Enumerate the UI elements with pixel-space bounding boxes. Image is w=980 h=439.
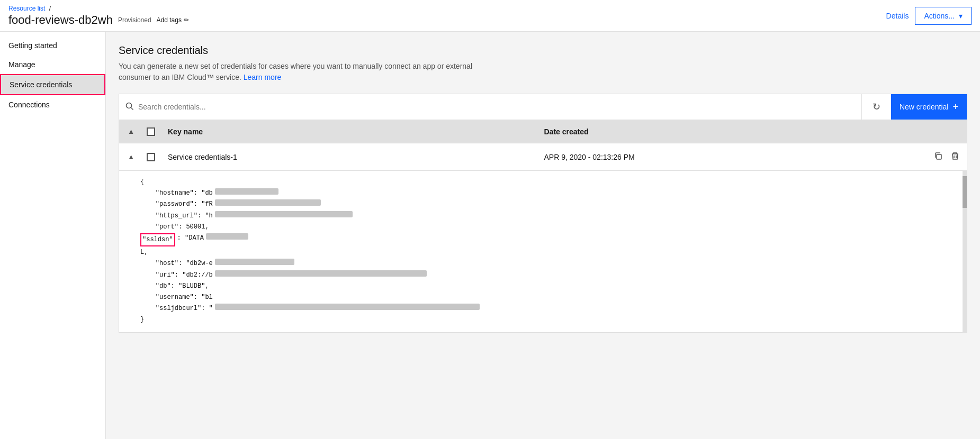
resource-name: food-reviews-db2wh bbox=[8, 13, 113, 27]
row-key-name: Service credentials-1 bbox=[161, 153, 538, 161]
delete-icon bbox=[951, 152, 959, 162]
refresh-button[interactable]: ↻ bbox=[866, 94, 887, 120]
row-checkbox-cell bbox=[140, 153, 161, 161]
header-key-name: Key name bbox=[161, 125, 538, 138]
search-input[interactable] bbox=[138, 103, 855, 111]
actions-button[interactable]: Actions... ▾ bbox=[915, 7, 972, 25]
ssldsn-key-highlight: "ssldsn" bbox=[140, 233, 175, 246]
refresh-icon: ↻ bbox=[873, 101, 880, 113]
row-expand-cell: ▲ bbox=[119, 151, 140, 163]
collapse-all-button[interactable]: ▲ bbox=[125, 125, 137, 138]
header-expand: ▲ bbox=[119, 125, 140, 138]
breadcrumb: Resource list / bbox=[8, 5, 189, 12]
plus-icon: + bbox=[952, 102, 958, 113]
svg-rect-2 bbox=[937, 154, 941, 159]
redacted-hostname bbox=[215, 188, 278, 195]
sidebar-item-manage[interactable]: Manage bbox=[0, 55, 105, 74]
redacted-host bbox=[215, 259, 294, 265]
redacted-password bbox=[215, 199, 321, 206]
add-tags-button[interactable]: Add tags ✏ bbox=[157, 16, 189, 24]
json-block: { "hostname": "db "password": "fR "https… bbox=[119, 170, 967, 332]
chevron-dropdown-icon: ▾ bbox=[959, 12, 963, 20]
sidebar: Getting started Manage Service credentia… bbox=[0, 32, 106, 439]
page-title: food-reviews-db2wh Provisioned Add tags … bbox=[8, 13, 189, 27]
sidebar-item-getting-started[interactable]: Getting started bbox=[0, 36, 105, 55]
row-date-created: APR 9, 2020 - 02:13:26 PM bbox=[538, 153, 914, 161]
svg-point-0 bbox=[127, 103, 132, 108]
search-icon bbox=[125, 102, 134, 112]
sidebar-item-service-credentials[interactable]: Service credentials bbox=[0, 74, 105, 95]
new-credential-button[interactable]: New credential + bbox=[891, 94, 967, 120]
delete-button[interactable] bbox=[948, 149, 963, 165]
json-open-brace: { bbox=[140, 177, 144, 187]
details-link[interactable]: Details bbox=[886, 12, 909, 20]
toolbar: ↻ New credential + bbox=[119, 94, 967, 120]
redacted-ssljdbcurl bbox=[215, 304, 480, 310]
credential-row: ▲ Service credentials-1 APR 9, 2020 - 02… bbox=[119, 143, 967, 170]
copy-button[interactable] bbox=[931, 149, 946, 165]
row-checkbox[interactable] bbox=[147, 153, 155, 161]
select-all-checkbox[interactable] bbox=[147, 127, 155, 136]
status-badge: Provisioned bbox=[118, 16, 151, 24]
edit-icon: ✏ bbox=[184, 16, 189, 24]
section-description: You can generate a new set of credential… bbox=[119, 61, 489, 83]
header-actions bbox=[914, 125, 967, 138]
main-content: Service credentials You can generate a n… bbox=[106, 32, 980, 439]
table-row: ▲ Service credentials-1 APR 9, 2020 - 02… bbox=[119, 143, 967, 333]
svg-line-1 bbox=[131, 107, 133, 109]
table-header: ▲ Key name Date created bbox=[119, 120, 967, 143]
credentials-table: ▲ Key name Date created ▲ Service bbox=[119, 120, 967, 333]
row-actions-cell bbox=[914, 149, 967, 165]
row-expand-button[interactable]: ▲ bbox=[125, 151, 137, 163]
breadcrumb-link[interactable]: Resource list bbox=[8, 5, 45, 12]
header-date-created: Date created bbox=[538, 125, 914, 138]
redacted-uri bbox=[215, 270, 427, 277]
redacted-https-url bbox=[215, 211, 353, 217]
redacted-ssldsn bbox=[206, 233, 248, 240]
json-close-brace: } bbox=[140, 315, 144, 325]
sidebar-item-connections[interactable]: Connections bbox=[0, 95, 105, 114]
section-title: Service credentials bbox=[119, 44, 967, 57]
learn-more-link[interactable]: Learn more bbox=[244, 73, 282, 81]
search-wrap bbox=[119, 94, 862, 120]
header-checkbox bbox=[140, 125, 161, 138]
copy-icon bbox=[934, 152, 942, 162]
